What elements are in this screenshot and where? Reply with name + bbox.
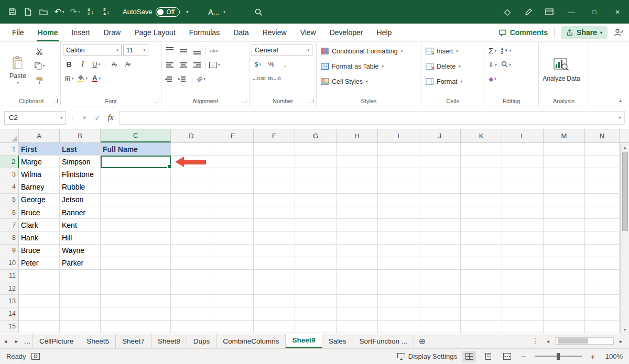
cell-h12[interactable] — [337, 282, 378, 295]
conditional-formatting-dropdown-icon[interactable]: ▾ — [401, 49, 403, 53]
cell-f4[interactable] — [254, 181, 295, 194]
row-header-9[interactable]: 9 — [0, 245, 19, 257]
fill-button[interactable]: ⇩▾ — [486, 59, 498, 71]
cell-f9[interactable] — [254, 245, 295, 257]
cell-i13[interactable] — [378, 295, 419, 307]
borders-dropdown-icon[interactable]: ▾ — [72, 76, 74, 81]
cell-i15[interactable] — [378, 321, 419, 333]
comma-style-button[interactable]: , — [279, 58, 291, 70]
sheet-tab-sheet8[interactable]: Sheet8 — [151, 334, 187, 348]
copy-dropdown-icon[interactable]: ▾ — [43, 64, 45, 68]
cell-n6[interactable] — [585, 206, 620, 219]
cell-m10[interactable] — [544, 257, 585, 270]
vertical-scrollbar[interactable]: ▴ ▾ — [620, 143, 629, 334]
align-left-button[interactable] — [164, 59, 176, 71]
font-dialog-launcher[interactable] — [154, 99, 158, 103]
zoom-in-button[interactable]: + — [588, 352, 598, 361]
cell-c10[interactable] — [101, 257, 171, 270]
cell-a3[interactable]: Wilma — [19, 168, 60, 181]
cell-c7[interactable] — [101, 219, 171, 231]
cell-m15[interactable] — [544, 321, 585, 333]
zoom-slider[interactable] — [535, 356, 582, 357]
column-header-f[interactable]: F — [254, 129, 295, 142]
cell-m2[interactable] — [544, 156, 585, 168]
formula-input[interactable]: ▾ — [119, 111, 625, 125]
more-sheets-button[interactable]: … — [22, 334, 32, 348]
cell-n2[interactable] — [585, 156, 620, 168]
cell-k15[interactable] — [461, 321, 502, 333]
cell-b8[interactable]: Hill — [60, 231, 101, 244]
cell-i7[interactable] — [378, 219, 419, 231]
cell-h5[interactable] — [337, 194, 378, 206]
row-header-3[interactable]: 3 — [0, 168, 19, 181]
workbook-name[interactable]: A... ▾ — [208, 8, 225, 16]
scroll-up-icon[interactable]: ▴ — [624, 143, 626, 151]
accounting-format-button[interactable]: $▾ — [252, 58, 264, 70]
name-box[interactable]: C2 ▾ — [4, 111, 66, 125]
conditional-formatting-button[interactable]: Conditional Formatting ▾ — [319, 45, 419, 58]
fill-color-dropdown-icon[interactable]: ▾ — [85, 76, 88, 81]
cell-n14[interactable] — [585, 307, 620, 320]
cell-g12[interactable] — [295, 282, 337, 295]
row-header-12[interactable]: 12 — [0, 282, 19, 295]
cell-g8[interactable] — [295, 231, 337, 244]
cell-j2[interactable] — [419, 156, 461, 168]
cell-e12[interactable] — [212, 282, 254, 295]
cell-l11[interactable] — [502, 270, 544, 282]
format-cells-dropdown-icon[interactable]: ▾ — [461, 80, 463, 84]
cell-j4[interactable] — [419, 181, 461, 194]
column-header-l[interactable]: L — [502, 129, 544, 142]
row-header-13[interactable]: 13 — [0, 295, 19, 307]
display-settings-button[interactable]: Display Settings — [397, 352, 457, 360]
orientation-button[interactable]: ab▾ — [195, 73, 207, 85]
cell-c3[interactable] — [101, 168, 171, 181]
cell-e11[interactable] — [212, 270, 254, 282]
font-family-dropdown-icon[interactable]: ▾ — [114, 48, 118, 52]
sort-descending-icon[interactable]: ZA↓ — [100, 5, 113, 19]
cell-f7[interactable] — [254, 219, 295, 231]
bottom-align-button[interactable] — [191, 45, 203, 57]
cell-g13[interactable] — [295, 295, 337, 307]
cell-h3[interactable] — [337, 168, 378, 181]
cell-b13[interactable] — [60, 295, 101, 307]
cell-i4[interactable] — [378, 181, 419, 194]
format-as-table-button[interactable]: Format as Table ▾ — [319, 60, 419, 73]
row-header-1[interactable]: 1 — [0, 143, 19, 156]
cell-d14[interactable] — [171, 307, 212, 320]
column-header-m[interactable]: M — [544, 129, 585, 142]
cell-h10[interactable] — [337, 257, 378, 270]
font-size-select[interactable]: 11▾ — [123, 45, 148, 56]
increase-decimal-button[interactable]: ←.0.00 — [252, 72, 265, 84]
increase-indent-button[interactable]: ▸ — [177, 73, 189, 85]
cell-b14[interactable] — [60, 307, 101, 320]
sheet-tab-combinecolumns[interactable]: CombineColumns — [216, 334, 286, 348]
cell-m1[interactable] — [544, 143, 585, 156]
cell-n3[interactable] — [585, 168, 620, 181]
cell-g9[interactable] — [295, 245, 337, 257]
macro-record-icon[interactable] — [31, 353, 40, 360]
cell-k12[interactable] — [461, 282, 502, 295]
cell-j9[interactable] — [419, 245, 461, 257]
row-header-14[interactable]: 14 — [0, 307, 19, 320]
paste-dropdown-icon[interactable]: ▾ — [17, 81, 19, 85]
workbook-name-dropdown-icon[interactable]: ▾ — [223, 10, 225, 14]
cell-h8[interactable] — [337, 231, 378, 244]
column-header-d[interactable]: D — [171, 129, 212, 142]
clear-dropdown-icon[interactable]: ▾ — [494, 77, 496, 81]
close-button[interactable]: × — [606, 0, 629, 24]
cell-c14[interactable] — [101, 307, 171, 320]
cell-b10[interactable]: Parker — [60, 257, 101, 270]
cell-g11[interactable] — [295, 270, 337, 282]
cell-a7[interactable]: Clark — [19, 219, 60, 231]
cell-d8[interactable] — [171, 231, 212, 244]
cell-m14[interactable] — [544, 307, 585, 320]
cell-k13[interactable] — [461, 295, 502, 307]
cell-m13[interactable] — [544, 295, 585, 307]
cell-g4[interactable] — [295, 181, 337, 194]
search-icon[interactable] — [252, 5, 265, 19]
row-header-2[interactable]: 2 — [0, 156, 19, 168]
row-header-8[interactable]: 8 — [0, 231, 19, 244]
cell-e7[interactable] — [212, 219, 254, 231]
share-dropdown-icon[interactable]: ▾ — [600, 30, 602, 35]
cell-l5[interactable] — [502, 194, 544, 206]
